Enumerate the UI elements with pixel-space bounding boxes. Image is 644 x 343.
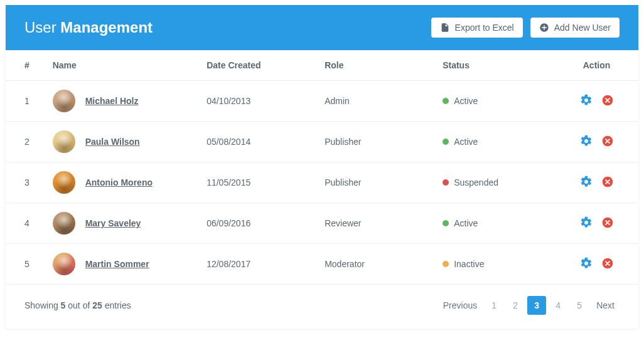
- name-cell: Paula Wilson: [53, 130, 191, 153]
- row-actions: [579, 93, 614, 107]
- table-row: 4 Mary Saveley 06/09/2016 Reviewer Activ…: [6, 203, 638, 244]
- status-dot-icon: [443, 261, 449, 267]
- row-index: 5: [6, 244, 45, 285]
- row-actions: [579, 134, 614, 148]
- row-status: Active: [435, 122, 566, 162]
- avatar: [53, 130, 75, 153]
- row-date: 11/05/2015: [199, 162, 317, 203]
- delete-button[interactable]: [601, 134, 614, 148]
- page-previous[interactable]: Previous: [438, 296, 482, 315]
- col-index: #: [6, 50, 45, 81]
- page-3[interactable]: 3: [527, 296, 546, 315]
- row-role: Moderator: [317, 244, 435, 285]
- row-status: Suspended: [435, 162, 566, 203]
- row-role: Publisher: [317, 122, 435, 162]
- status-text: Suspended: [454, 177, 498, 187]
- user-link[interactable]: Martin Sommer: [85, 259, 149, 269]
- plus-circle-icon: [539, 23, 549, 33]
- close-circle-icon: [601, 176, 614, 188]
- status-text: Inactive: [454, 259, 484, 269]
- row-index: 1: [6, 81, 45, 122]
- table-row: 5 Martin Sommer 12/08/2017 Moderator Ina…: [6, 244, 638, 285]
- page-5[interactable]: 5: [570, 296, 589, 315]
- status-text: Active: [454, 218, 478, 228]
- row-status: Active: [435, 81, 566, 122]
- row-role: Admin: [317, 81, 435, 122]
- gear-icon: [580, 216, 593, 229]
- title-bold: Management: [60, 19, 153, 36]
- delete-button[interactable]: [601, 216, 614, 230]
- avatar: [53, 253, 75, 275]
- page-next[interactable]: Next: [591, 296, 620, 315]
- export-label: Export to Excel: [455, 23, 514, 33]
- status-dot-icon: [443, 139, 449, 145]
- user-link[interactable]: Paula Wilson: [85, 137, 140, 147]
- file-export-icon: [440, 23, 450, 33]
- status-text: Active: [454, 137, 478, 147]
- status-dot-icon: [443, 98, 449, 104]
- status-dot-icon: [443, 179, 449, 186]
- pagination: Previous 1 2 3 4 5 Next: [438, 296, 620, 315]
- row-index: 4: [6, 203, 45, 244]
- page-title: User Management: [24, 19, 153, 36]
- row-status: Active: [435, 203, 566, 244]
- add-user-button[interactable]: Add New User: [530, 18, 620, 38]
- gear-icon: [580, 176, 593, 188]
- gear-icon: [580, 94, 593, 107]
- user-link[interactable]: Michael Holz: [85, 96, 139, 106]
- panel-header: User Management Export to Excel Add New …: [6, 5, 638, 50]
- col-role: Role: [317, 50, 435, 81]
- col-action: Action: [566, 50, 638, 81]
- name-cell: Antonio Moreno: [53, 171, 191, 194]
- row-actions: [579, 175, 614, 189]
- row-role: Reviewer: [317, 203, 435, 244]
- row-date: 05/08/2014: [199, 122, 317, 162]
- header-actions: Export to Excel Add New User: [431, 18, 620, 38]
- delete-button[interactable]: [601, 256, 614, 270]
- page-1[interactable]: 1: [485, 296, 503, 315]
- table-row: 2 Paula Wilson 05/08/2014 Publisher Acti…: [6, 122, 638, 162]
- close-circle-icon: [601, 216, 614, 229]
- add-user-label: Add New User: [554, 23, 611, 33]
- close-circle-icon: [601, 135, 614, 147]
- page-2[interactable]: 2: [506, 296, 525, 315]
- delete-button[interactable]: [601, 175, 614, 189]
- row-role: Publisher: [317, 162, 435, 203]
- name-cell: Mary Saveley: [53, 212, 191, 235]
- gear-icon: [580, 257, 593, 270]
- col-status: Status: [435, 50, 566, 81]
- table-row: 3 Antonio Moreno 11/05/2015 Publisher Su…: [6, 162, 638, 203]
- export-excel-button[interactable]: Export to Excel: [431, 18, 523, 38]
- col-name: Name: [45, 50, 199, 81]
- row-index: 2: [6, 122, 45, 162]
- title-light: User: [24, 19, 60, 36]
- user-management-panel: User Management Export to Excel Add New …: [6, 5, 638, 329]
- avatar: [53, 171, 75, 194]
- entries-summary: Showing 5 out of 25 entries: [24, 300, 131, 310]
- delete-button[interactable]: [601, 93, 614, 107]
- close-circle-icon: [601, 257, 614, 270]
- settings-button[interactable]: [579, 93, 593, 107]
- user-link[interactable]: Mary Saveley: [85, 218, 141, 228]
- settings-button[interactable]: [579, 256, 593, 270]
- row-date: 12/08/2017: [199, 244, 317, 285]
- avatar: [53, 90, 75, 112]
- status-text: Active: [454, 96, 478, 106]
- row-actions: [579, 256, 614, 270]
- settings-button[interactable]: [579, 134, 593, 148]
- gear-icon: [580, 135, 593, 147]
- page-4[interactable]: 4: [549, 296, 567, 315]
- row-date: 04/10/2013: [199, 81, 317, 122]
- row-index: 3: [6, 162, 45, 203]
- name-cell: Michael Holz: [53, 90, 191, 112]
- col-date: Date Created: [199, 50, 317, 81]
- user-link[interactable]: Antonio Moreno: [85, 177, 153, 187]
- close-circle-icon: [601, 94, 614, 107]
- settings-button[interactable]: [579, 175, 593, 189]
- table-footer: Showing 5 out of 25 entries Previous 1 2…: [6, 285, 638, 329]
- settings-button[interactable]: [579, 216, 593, 230]
- avatar: [53, 212, 75, 235]
- row-actions: [579, 216, 614, 230]
- row-status: Inactive: [435, 244, 566, 285]
- users-table: # Name Date Created Role Status Action 1…: [6, 50, 638, 285]
